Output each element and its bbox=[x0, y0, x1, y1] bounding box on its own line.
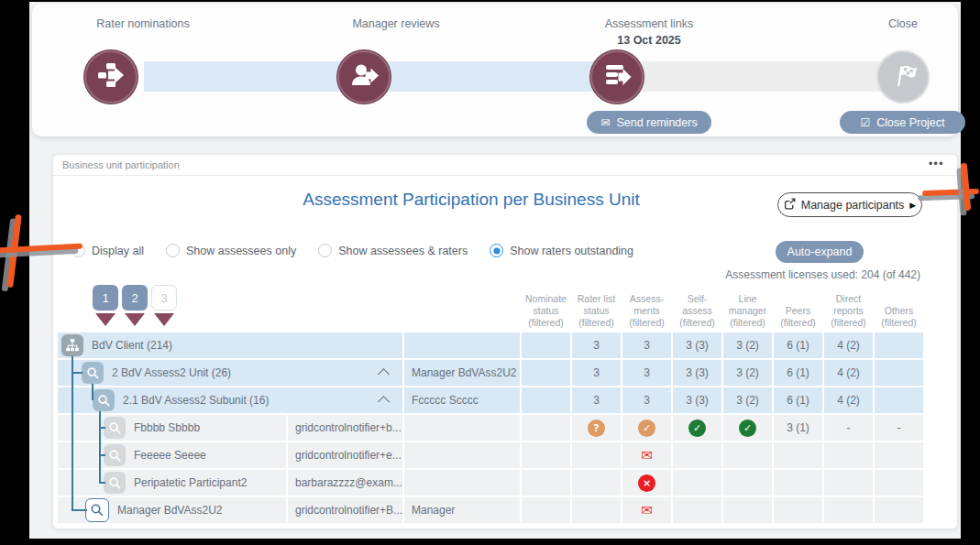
business-unit-participation-panel: Business unit participation ••• Assessme… bbox=[52, 154, 958, 529]
step-circle-manager-reviews[interactable] bbox=[337, 50, 391, 104]
panel-header-label: Business unit participation bbox=[62, 159, 180, 170]
node-label: 2 BdV Assess2 Unit (26) bbox=[112, 366, 231, 379]
filter-show-raters-outstanding[interactable]: Show raters outstanding bbox=[490, 244, 633, 257]
table-row-person[interactable]: Fbbbb Sbbbb gridcontrolnotifier+b... ? ✓… bbox=[58, 415, 923, 441]
filter-label: Show assessees only bbox=[186, 245, 296, 257]
stat-cell bbox=[723, 497, 772, 523]
step-date-assessment-links: 13 Oct 2025 bbox=[548, 34, 750, 47]
close-project-button[interactable]: ☑ Close Project bbox=[840, 111, 965, 134]
stat-cell bbox=[875, 387, 923, 413]
name-cell[interactable]: Feeeee Seeee bbox=[58, 442, 286, 468]
level-arrow-icon bbox=[125, 313, 145, 326]
table-row-manager[interactable]: Manager BdVAss2U2 gridcontrolnotifier+B.… bbox=[58, 497, 923, 523]
stat-cell: 3 (3) bbox=[673, 332, 721, 358]
name-cell[interactable]: BdV Client (214) bbox=[58, 332, 402, 358]
stat-cell: 4 (2) bbox=[824, 387, 873, 413]
search-icon[interactable] bbox=[82, 362, 104, 384]
auto-expand-button[interactable]: Auto-expand bbox=[776, 241, 864, 263]
stat-cell bbox=[774, 470, 822, 496]
manage-participants-button[interactable]: Manage participants ▶ bbox=[777, 192, 922, 217]
stat-cell: 3 (3) bbox=[673, 360, 721, 386]
step-circle-rater-nominations[interactable] bbox=[84, 50, 138, 104]
email-cell: barbarazzzz@exam... bbox=[288, 470, 402, 496]
stat-cell: 3 (2) bbox=[723, 387, 772, 413]
stat-cell bbox=[875, 470, 923, 496]
stat-cell: 3 bbox=[572, 387, 621, 413]
email-cell: gridcontrolnotifier+b... bbox=[288, 415, 402, 441]
name-cell[interactable]: Manager BdVAss2U2 bbox=[58, 497, 286, 523]
step-circle-close[interactable] bbox=[876, 50, 930, 104]
collapse-chevron-icon[interactable] bbox=[378, 368, 390, 380]
radio-icon bbox=[318, 244, 332, 257]
stat-cell: ? bbox=[572, 415, 621, 441]
check-orange-badge-icon: ✓ bbox=[638, 420, 655, 437]
column-header-nominate-status: Nominate status (filtered) bbox=[522, 289, 570, 329]
stat-cell bbox=[824, 497, 873, 523]
table-row-person[interactable]: Feeeee Seeee gridcontrolnotifier+e... ✉ bbox=[58, 442, 923, 468]
column-header-assessments: Assess- ments (filtered) bbox=[622, 289, 671, 329]
checkbox-icon: ☑ bbox=[860, 117, 870, 128]
manager-cell bbox=[404, 415, 520, 441]
step-label-assessment-links: Assessment links bbox=[548, 17, 750, 30]
stat-cell: ✓ bbox=[622, 415, 671, 441]
name-cell[interactable]: Fbbbb Sbbbb bbox=[58, 415, 286, 441]
stat-cell bbox=[723, 470, 772, 496]
column-header-direct-reports: Direct reports (filtered) bbox=[824, 289, 873, 329]
filter-show-assessees-and-raters[interactable]: Show assessees & raters bbox=[318, 244, 468, 257]
stat-cell: ✓ bbox=[723, 415, 772, 441]
step-label-manager-reviews: Manager reviews bbox=[295, 17, 497, 30]
stat-cell: 3 (1) bbox=[774, 415, 822, 441]
column-header-line-manager: Line manager (filtered) bbox=[723, 289, 772, 329]
page-title: Assessment Participation per Business Un… bbox=[53, 190, 889, 210]
manager-cell: Fccccc Scccc bbox=[404, 387, 520, 413]
stat-cell: × bbox=[622, 470, 671, 496]
cross-red-badge-icon: × bbox=[638, 474, 655, 492]
level-2-button[interactable]: 2 bbox=[122, 285, 148, 311]
name-cell[interactable]: 2.1 BdV Assess2 Subunit (16) bbox=[58, 387, 402, 413]
ellipsis-menu-icon[interactable]: ••• bbox=[929, 158, 944, 170]
stat-cell bbox=[572, 442, 621, 468]
table-row-client[interactable]: BdV Client (214) 3 3 3 (3) 3 (2) 6 (1) 4… bbox=[58, 332, 923, 358]
search-icon[interactable] bbox=[93, 389, 115, 411]
stat-cell bbox=[875, 497, 923, 523]
question-badge-icon: ? bbox=[588, 420, 605, 437]
name-cell[interactable]: 2 BdV Assess2 Unit (26) bbox=[58, 360, 402, 386]
radio-icon bbox=[166, 244, 180, 257]
manager-cell bbox=[404, 442, 520, 468]
send-reminders-button[interactable]: ✉ Send reminders bbox=[587, 111, 711, 134]
stat-cell bbox=[673, 497, 721, 523]
filter-label: Display all bbox=[92, 245, 144, 257]
stat-cell: 6 (1) bbox=[774, 332, 822, 358]
step-label-rater-nominations: Rater nominations bbox=[42, 17, 244, 30]
search-icon[interactable] bbox=[85, 498, 109, 522]
stat-cell: ✓ bbox=[673, 415, 721, 441]
level-3-button[interactable]: 3 bbox=[151, 285, 177, 311]
list-arrow-icon bbox=[602, 60, 632, 93]
table-row-subunit[interactable]: 2.1 BdV Assess2 Subunit (16) Fccccc Sccc… bbox=[58, 387, 923, 413]
table-row-unit[interactable]: 2 BdV Assess2 Unit (26) Manager BdVAss2U… bbox=[58, 360, 923, 386]
envelope-red-icon: ✉ bbox=[641, 449, 653, 463]
panel-header: Business unit participation ••• bbox=[53, 155, 957, 176]
stat-cell bbox=[522, 360, 570, 386]
search-icon[interactable] bbox=[104, 417, 126, 439]
table-row-person[interactable]: Peripatetic Participant2 barbarazzzz@exa… bbox=[58, 470, 923, 496]
filter-display-all[interactable]: Display all bbox=[72, 244, 144, 257]
stat-cell: 3 (2) bbox=[723, 332, 772, 358]
stat-cell bbox=[673, 470, 721, 496]
stat-cell: 4 (2) bbox=[824, 360, 873, 386]
stat-cell bbox=[522, 415, 570, 441]
column-header-others: Others (filtered) bbox=[875, 289, 923, 329]
search-icon[interactable] bbox=[104, 472, 126, 494]
manager-cell bbox=[404, 470, 520, 496]
step-circle-assessment-links[interactable] bbox=[590, 50, 644, 104]
filter-show-assessees-only[interactable]: Show assessees only bbox=[166, 244, 296, 257]
name-cell[interactable]: Peripatetic Participant2 bbox=[58, 470, 286, 496]
org-chart-icon[interactable] bbox=[61, 334, 83, 356]
column-header-self-assess: Self- assess (filtered) bbox=[673, 289, 721, 329]
radio-selected-icon bbox=[490, 244, 503, 257]
stat-cell bbox=[522, 387, 570, 413]
node-label: 2.1 BdV Assess2 Subunit (16) bbox=[123, 394, 269, 407]
collapse-chevron-icon[interactable] bbox=[378, 396, 390, 408]
level-1-button[interactable]: 1 bbox=[93, 285, 118, 311]
search-icon[interactable] bbox=[104, 444, 126, 466]
